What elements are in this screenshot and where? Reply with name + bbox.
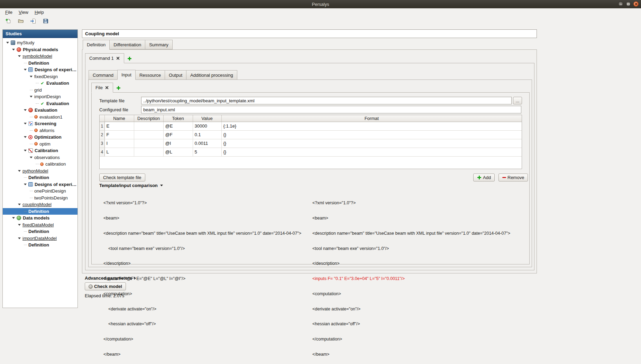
tree-item-evaluation-group[interactable]: Evaluation xyxy=(3,107,77,114)
cell-description[interactable] xyxy=(134,130,163,139)
tab-definition[interactable]: Definition xyxy=(83,40,110,50)
add-row-button[interactable]: Add xyxy=(473,174,495,181)
tree-item-importdesign[interactable]: importDesign xyxy=(3,93,77,100)
tree-item-pythonmodel[interactable]: pythonModel xyxy=(3,168,77,175)
template-file-input[interactable] xyxy=(141,97,512,104)
cell-value[interactable]: 0.1 xyxy=(193,130,221,139)
tab-summary[interactable]: Summary xyxy=(145,40,173,49)
expander-icon[interactable] xyxy=(24,184,27,185)
tree-item-onepointdesign[interactable]: onePointDesign xyxy=(3,188,77,195)
cell-name[interactable]: F xyxy=(104,130,134,139)
tree-item-amorris[interactable]: aMorris xyxy=(3,127,77,134)
tree-item-grid[interactable]: grid xyxy=(3,87,77,94)
cell-name[interactable]: E xyxy=(104,122,134,130)
tree-item-pythonmodel-definition[interactable]: Definition xyxy=(3,174,77,181)
tree-item-fixeddesign[interactable]: fixedDesign xyxy=(3,73,77,80)
tree-item-evaluation[interactable]: Evaluation xyxy=(3,80,77,87)
row-number[interactable]: 4 xyxy=(100,148,104,156)
tree-item-couplingmodel[interactable]: couplingModel xyxy=(3,201,77,208)
expander-icon[interactable] xyxy=(24,69,27,71)
new-study-button[interactable] xyxy=(4,17,12,25)
expander-icon[interactable] xyxy=(18,170,21,172)
tab-command-1[interactable]: Command 1 xyxy=(85,53,124,63)
cell-token[interactable]: @F xyxy=(163,130,193,139)
tree-item-data-models[interactable]: Data models xyxy=(3,215,77,222)
menu-help[interactable]: Help xyxy=(31,9,47,16)
tree-item-optim[interactable]: optim xyxy=(3,141,77,148)
tree-item-screening[interactable]: Screening xyxy=(3,120,77,127)
expander-icon[interactable] xyxy=(18,224,21,226)
tree-item-designs-of-experiments[interactable]: Designs of experi… xyxy=(3,66,77,73)
tab-differentiation[interactable]: Differentiation xyxy=(109,40,145,49)
cell-description[interactable] xyxy=(134,148,163,156)
minimize-button[interactable] xyxy=(618,1,623,7)
expander-icon[interactable] xyxy=(24,136,27,138)
expander-icon[interactable] xyxy=(30,157,33,158)
cell-format[interactable]: {} xyxy=(221,148,522,156)
menu-view[interactable]: View xyxy=(16,9,31,16)
tree-item-optimization[interactable]: Optimization xyxy=(3,134,77,141)
add-command-button[interactable] xyxy=(126,54,134,63)
expander-icon[interactable] xyxy=(12,49,15,50)
close-tab-icon[interactable] xyxy=(116,56,120,60)
tree-item-physical-models[interactable]: Physical models xyxy=(3,46,77,53)
cell-format[interactable]: {:1.1e} xyxy=(221,122,522,130)
close-tab-icon[interactable] xyxy=(105,86,109,90)
cell-name[interactable]: L xyxy=(104,148,134,156)
expander-icon[interactable] xyxy=(30,96,33,97)
save-study-button[interactable] xyxy=(42,17,50,25)
tree-item-importdatamodel[interactable]: importDataModel xyxy=(3,235,77,242)
tab-ressource[interactable]: Ressource xyxy=(135,70,165,80)
expander-icon[interactable] xyxy=(30,76,33,77)
browse-button[interactable]: ... xyxy=(513,97,522,104)
menu-file[interactable]: File xyxy=(2,9,16,16)
cell-token[interactable]: @L xyxy=(163,148,193,156)
cell-token[interactable]: @E xyxy=(163,122,193,130)
cell-value[interactable]: 5 xyxy=(193,148,221,156)
row-number[interactable]: 3 xyxy=(100,139,104,148)
import-script-button[interactable] xyxy=(29,17,37,25)
tree-item-symbolicmodel-definition[interactable]: Definition xyxy=(3,60,77,67)
expander-icon[interactable] xyxy=(24,150,27,151)
expander-icon[interactable] xyxy=(24,123,27,124)
tree-item-calibration[interactable]: Calibration xyxy=(3,147,77,154)
tree-item-evaluation[interactable]: Evaluation xyxy=(3,100,77,107)
tree-item-observations[interactable]: observations xyxy=(3,154,77,161)
tab-input[interactable]: Input xyxy=(117,70,136,80)
close-button[interactable] xyxy=(633,1,639,7)
row-number[interactable]: 1 xyxy=(100,122,104,130)
expander-icon[interactable] xyxy=(6,42,9,44)
tab-output[interactable]: Output xyxy=(165,70,186,80)
row-number[interactable]: 2 xyxy=(100,130,104,139)
cell-description[interactable] xyxy=(134,139,163,148)
expander-icon[interactable] xyxy=(24,109,27,111)
template-input-comparison-toggle[interactable]: Template/input comparison xyxy=(99,183,163,188)
cell-value[interactable]: 0.0011 xyxy=(193,139,221,148)
cell-format[interactable]: {} xyxy=(221,139,522,148)
tree-item-fixeddatamodel[interactable]: fixedDataModel xyxy=(3,222,77,228)
tree-item-twopointsdesign[interactable]: twoPointsDesign xyxy=(3,195,77,202)
cell-description[interactable] xyxy=(134,122,163,130)
tab-additional-processing[interactable]: Additional processing xyxy=(186,70,237,80)
tree-item-couplingmodel-definition[interactable]: Definition xyxy=(3,208,77,215)
cell-format[interactable]: {} xyxy=(221,130,522,139)
cell-token[interactable]: @I xyxy=(163,139,193,148)
open-study-button[interactable] xyxy=(17,17,25,25)
tree-item-fixeddatamodel-definition[interactable]: Definition xyxy=(3,228,77,235)
expander-icon[interactable] xyxy=(12,217,15,219)
cell-value[interactable]: 30000 xyxy=(193,122,221,130)
tree-item-symbolicmodel[interactable]: symbolicModel xyxy=(3,53,77,60)
tab-file[interactable]: File xyxy=(91,83,113,93)
tree-item-calibration-result[interactable]: calibration xyxy=(3,161,77,168)
expander-icon[interactable] xyxy=(18,55,21,57)
maximize-button[interactable] xyxy=(626,1,631,7)
check-template-file-button[interactable]: Check template file xyxy=(99,174,145,181)
expander-icon[interactable] xyxy=(18,237,21,239)
remove-row-button[interactable]: Remove xyxy=(498,174,528,181)
configured-file-input[interactable] xyxy=(141,106,521,113)
expander-icon[interactable] xyxy=(18,204,21,205)
tab-command[interactable]: Command xyxy=(89,70,118,80)
tree-item-mystudy[interactable]: myStudy xyxy=(3,39,77,46)
tree-item-importdatamodel-definition[interactable]: Definition xyxy=(3,242,77,249)
cell-name[interactable]: I xyxy=(104,139,134,148)
